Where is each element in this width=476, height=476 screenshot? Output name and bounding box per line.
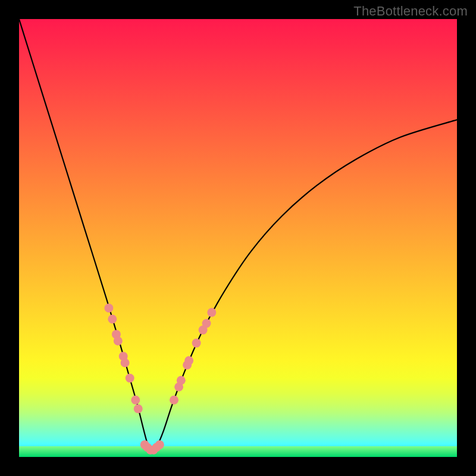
marker-dot [121, 358, 130, 367]
curve-layer [19, 19, 457, 457]
marker-dot [104, 303, 113, 312]
highlight-dots [104, 303, 216, 454]
marker-dot [192, 339, 201, 347]
marker-dot [108, 315, 117, 324]
marker-dot [114, 337, 123, 346]
plot-area [19, 19, 457, 457]
marker-dot [202, 319, 211, 328]
marker-dot [155, 440, 164, 449]
marker-dot [126, 374, 134, 383]
marker-dot [131, 396, 140, 405]
marker-dot [170, 396, 178, 405]
chart-frame: TheBottleneck.com [0, 0, 476, 476]
marker-dot [134, 405, 143, 414]
marker-dot [207, 308, 216, 317]
marker-dot [177, 376, 186, 385]
watermark-text: TheBottleneck.com [353, 4, 468, 19]
marker-dot [184, 356, 193, 365]
bottleneck-curve [19, 19, 457, 452]
